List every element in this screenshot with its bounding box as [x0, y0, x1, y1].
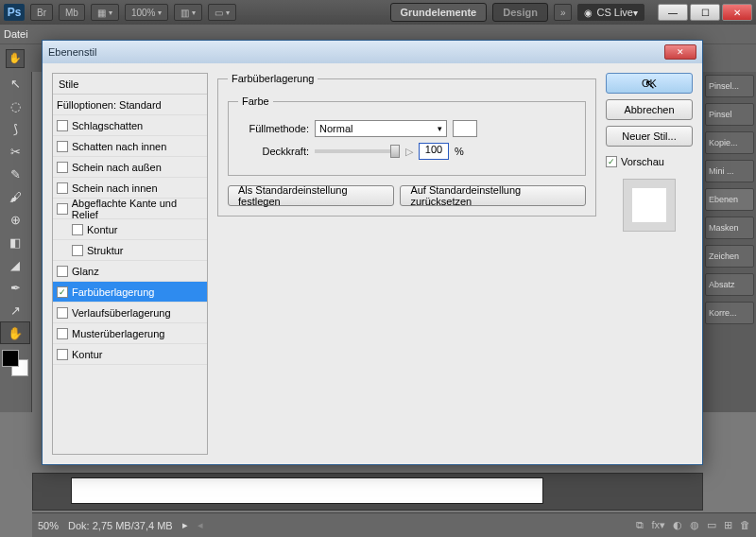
style-row[interactable]: Schlagschatten [53, 115, 207, 136]
style-checkbox[interactable] [57, 307, 68, 319]
style-row[interactable]: Abgeflachte Kante und Relief [53, 199, 207, 219]
cslive-button[interactable]: ◉ CS Live ▾ [577, 4, 644, 21]
preview-checkbox[interactable]: ✓ [606, 156, 617, 167]
style-row[interactable]: Struktur [53, 240, 207, 261]
path-tool[interactable]: ↗ [0, 299, 30, 321]
canvas[interactable] [71, 477, 543, 504]
style-label: Kontur [72, 349, 102, 360]
fx-icon[interactable]: fx▾ [651, 519, 665, 531]
maximize-button[interactable]: ☐ [690, 4, 720, 21]
dialog-titlebar[interactable]: Ebenenstil ✕ [43, 41, 702, 63]
set-default-button[interactable]: Als Standardeinstellung festlegen [228, 185, 394, 206]
style-label: Farbüberlagerung [72, 286, 154, 298]
panel-tab[interactable]: Masken [705, 217, 754, 239]
link-icon[interactable]: ⧉ [636, 519, 644, 531]
style-checkbox[interactable] [57, 162, 68, 173]
eraser-tool[interactable]: ◧ [0, 231, 30, 253]
reset-default-button[interactable]: Auf Standardeinstellung zurücksetzen [400, 185, 586, 206]
style-checkbox[interactable] [72, 224, 83, 235]
style-checkbox[interactable] [57, 328, 68, 339]
workspace-grundelemente[interactable]: Grundelemente [390, 3, 488, 22]
panel-tab[interactable]: Korre... [705, 302, 754, 324]
window-controls: — ☐ ✕ [658, 4, 752, 21]
workspace-more[interactable]: » [554, 4, 573, 21]
panel-tab[interactable]: Pinsel... [705, 75, 754, 97]
fg-color-swatch[interactable] [2, 350, 19, 367]
hand-tool[interactable]: ✋ [0, 321, 30, 344]
style-checkbox[interactable]: ✓ [57, 286, 68, 298]
style-row[interactable]: Kontur [53, 344, 207, 365]
minimize-button[interactable]: — [658, 4, 688, 21]
panel-dock: Pinsel...PinselKopie...Mini ...EbenenMas… [703, 72, 756, 412]
dialog-title: Ebenenstil [48, 46, 96, 58]
opacity-input[interactable]: 100 [419, 143, 449, 160]
style-row[interactable]: Musterüberlagerung [53, 323, 207, 344]
brush-tool[interactable]: 🖌 [0, 185, 30, 208]
adjust-icon[interactable]: ◍ [690, 519, 699, 531]
style-row[interactable]: Verlaufsüberlagerung [53, 303, 207, 323]
layout-dropdown[interactable]: ▦ [91, 4, 119, 21]
marquee-tool[interactable]: ◌ [0, 95, 30, 117]
bridge-button[interactable]: Br [30, 4, 53, 21]
arrange-dropdown[interactable]: ▥ [174, 4, 202, 21]
crop-tool[interactable]: ✂ [0, 140, 30, 163]
panel-tab[interactable]: Kopie... [705, 131, 754, 154]
pen-tool[interactable]: ✒ [0, 276, 30, 299]
new-icon[interactable]: ⊞ [724, 519, 732, 531]
overlay-color-swatch[interactable] [453, 120, 477, 137]
status-zoom[interactable]: 50% [38, 520, 59, 531]
gradient-tool[interactable]: ◢ [0, 253, 30, 276]
blendmode-label: Füllmethode: [238, 123, 309, 134]
panel-tab[interactable]: Mini ... [705, 160, 754, 182]
color-swatches[interactable] [0, 348, 28, 376]
panel-tab[interactable]: Zeichen [705, 245, 754, 268]
style-checkbox[interactable] [57, 203, 68, 215]
zoom-dropdown[interactable]: 100% [125, 4, 169, 21]
app-titlebar: Ps Br Mb ▦ 100% ▥ ▭ Grundelemente Design… [0, 0, 756, 25]
overlay-fieldset: Farbüberlagerung Farbe Füllmethode: Norm… [217, 73, 596, 217]
close-button[interactable]: ✕ [722, 4, 752, 21]
style-checkbox[interactable] [57, 120, 68, 131]
opacity-slider[interactable] [315, 149, 400, 153]
stamp-tool[interactable]: ⊕ [0, 208, 30, 231]
style-checkbox[interactable] [57, 349, 68, 360]
farbe-legend: Farbe [238, 95, 273, 107]
style-row[interactable]: Schein nach innen [53, 178, 207, 199]
dialog-close-icon[interactable]: ✕ [664, 44, 696, 60]
full-options-row[interactable]: Fülloptionen: Standard [53, 95, 207, 115]
slider-thumb[interactable] [390, 145, 400, 158]
minibridge-button[interactable]: Mb [59, 4, 85, 21]
style-label: Kontur [87, 224, 117, 235]
style-row[interactable]: Kontur [53, 219, 207, 240]
workspace-design[interactable]: Design [492, 3, 548, 22]
styles-header[interactable]: Stile [53, 74, 207, 95]
style-checkbox[interactable] [57, 182, 68, 194]
style-row[interactable]: Schein nach außen [53, 157, 207, 178]
ok-button[interactable]: OK ↖ [606, 73, 693, 94]
style-checkbox[interactable] [57, 141, 68, 152]
ok-label: OK [642, 78, 657, 89]
blendmode-dropdown[interactable]: Normal [315, 120, 447, 137]
style-label: Schein nach innen [72, 182, 158, 194]
mask-icon[interactable]: ◐ [673, 519, 682, 531]
style-checkbox[interactable] [57, 266, 68, 277]
panel-tab[interactable]: Absatz [705, 273, 754, 296]
style-row[interactable]: Glanz [53, 261, 207, 282]
new-style-button[interactable]: Neuer Stil... [606, 126, 693, 147]
panel-tab[interactable]: Pinsel [705, 103, 754, 126]
hand-tool-icon[interactable]: ✋ [6, 49, 25, 68]
folder-icon[interactable]: ▭ [707, 519, 716, 531]
style-row[interactable]: ✓Farbüberlagerung [53, 282, 207, 303]
panel-tab[interactable]: Ebenen [705, 188, 754, 211]
eyedropper-tool[interactable]: ✎ [0, 163, 30, 185]
style-label: Musterüberlagerung [72, 328, 164, 339]
trash-icon[interactable]: 🗑 [740, 519, 750, 531]
style-row[interactable]: Schatten nach innen [53, 136, 207, 157]
cancel-button[interactable]: Abbrechen [606, 99, 693, 120]
lasso-tool[interactable]: ⟆ [0, 117, 30, 140]
dialog-right-column: OK ↖ Abbrechen Neuer Stil... ✓ Vorschau [606, 73, 693, 455]
menu-datei[interactable]: Datei [4, 28, 28, 40]
move-tool[interactable]: ↖ [0, 72, 30, 95]
screenmode-dropdown[interactable]: ▭ [208, 4, 236, 21]
style-checkbox[interactable] [72, 245, 83, 256]
